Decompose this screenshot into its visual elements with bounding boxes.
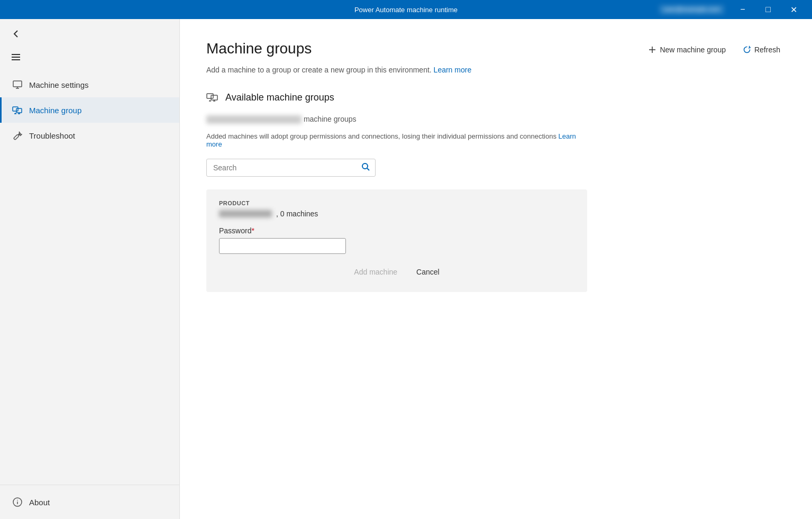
sidebar-item-about[interactable]: About [0, 489, 179, 515]
search-container [206, 159, 376, 177]
sidebar-bottom: About [0, 485, 179, 515]
app-title: Power Automate machine runtime [354, 6, 458, 14]
sidebar-item-machine-group[interactable]: Machine group [0, 97, 179, 123]
svg-rect-7 [16, 108, 22, 113]
back-icon [11, 29, 21, 39]
main-content: Machine groups New machine group [180, 19, 812, 519]
search-icon [361, 162, 370, 174]
environment-info: machine groups [206, 114, 786, 124]
svg-line-24 [367, 168, 369, 170]
section-heading: Available machine groups [225, 92, 334, 103]
new-machine-group-button[interactable]: New machine group [643, 42, 731, 57]
app-layout: Machine settings Machine group Troublesh… [0, 19, 812, 519]
machines-count: , 0 machines [276, 210, 318, 218]
back-button[interactable] [0, 23, 179, 44]
window-controls: − □ ✕ [731, 0, 806, 19]
svg-point-14 [17, 500, 18, 501]
new-machine-group-label: New machine group [660, 45, 726, 54]
svg-rect-0 [12, 54, 20, 55]
password-required-star: * [251, 226, 254, 235]
password-input[interactable] [219, 238, 346, 254]
sidebar-label-about: About [29, 498, 50, 507]
wrench-icon [12, 130, 23, 141]
env-machine-groups-text: machine groups [304, 115, 357, 123]
svg-rect-6 [13, 107, 18, 111]
info-icon [12, 497, 23, 507]
page-title: Machine groups [206, 40, 312, 57]
sidebar-label-troubleshoot: Troubleshoot [29, 131, 75, 140]
monitor-icon [12, 79, 23, 90]
blurred-group-name [219, 210, 272, 217]
card-product-label: PRODUCT [219, 200, 574, 206]
password-section: Password* [219, 226, 574, 254]
minimize-button[interactable]: − [731, 0, 755, 19]
card-group-name: , 0 machines [219, 210, 574, 218]
sidebar: Machine settings Machine group Troublesh… [0, 19, 180, 519]
user-info: user@example.com [659, 5, 724, 14]
permissions-note: Added machines will adopt group permissi… [206, 132, 587, 148]
svg-rect-3 [13, 81, 22, 87]
refresh-button[interactable]: Refresh [737, 42, 786, 57]
svg-rect-18 [211, 95, 217, 100]
svg-rect-2 [12, 59, 20, 60]
svg-rect-1 [12, 57, 20, 58]
title-bar: Power Automate machine runtime user@exam… [0, 0, 812, 19]
environment-name: machine groups [206, 115, 357, 123]
machine-group-icon [12, 105, 23, 115]
maximize-button[interactable]: □ [756, 0, 780, 19]
svg-rect-17 [207, 94, 213, 98]
sidebar-item-troubleshoot[interactable]: Troubleshoot [0, 123, 179, 148]
machine-groups-section-icon [206, 91, 219, 104]
add-machine-button[interactable]: Add machine [348, 265, 404, 279]
description-learn-more-link[interactable]: Learn more [434, 66, 472, 74]
machine-group-card: PRODUCT , 0 machines Password* Add machi… [206, 189, 587, 292]
blurred-env-name [206, 115, 302, 124]
refresh-icon [743, 45, 751, 54]
svg-point-23 [362, 163, 368, 169]
section-title: Available machine groups [206, 91, 786, 104]
header-actions: New machine group Refresh [643, 42, 786, 57]
sidebar-label-machine-settings: Machine settings [29, 80, 89, 89]
hamburger-icon [11, 52, 21, 62]
menu-toggle[interactable] [0, 47, 179, 68]
page-header: Machine groups New machine group [206, 40, 786, 57]
plus-icon [648, 45, 656, 54]
card-actions: Add machine Cancel [219, 265, 574, 279]
close-button[interactable]: ✕ [781, 0, 806, 19]
sidebar-item-machine-settings[interactable]: Machine settings [0, 72, 179, 97]
sidebar-label-machine-group: Machine group [29, 106, 81, 115]
cancel-button[interactable]: Cancel [410, 265, 446, 279]
refresh-label: Refresh [754, 45, 780, 54]
password-label: Password* [219, 226, 574, 235]
search-input[interactable] [206, 159, 376, 177]
page-description: Add a machine to a group or create a new… [206, 66, 786, 74]
